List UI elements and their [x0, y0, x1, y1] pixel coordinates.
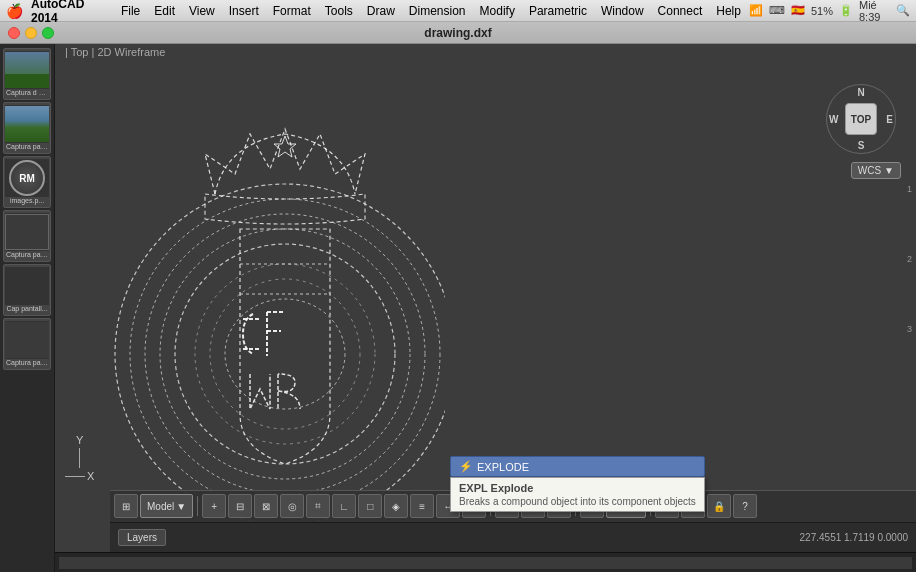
compass: N S W E TOP: [826, 84, 896, 154]
menu-window[interactable]: Window: [595, 0, 650, 21]
keyboard-icon: ⌨: [769, 4, 785, 17]
wcs-arrow: ▼: [884, 165, 894, 176]
explode-button[interactable]: ⚡ EXPLODE: [450, 456, 705, 477]
list-item[interactable]: RM images.p...: [3, 156, 51, 208]
menu-format[interactable]: Format: [267, 0, 317, 21]
canvas-area[interactable]: | Top | 2D Wireframe: [55, 44, 916, 572]
coordinates-display: 227.4551 1.7119 0.0000: [800, 532, 908, 543]
command-area[interactable]: [55, 552, 916, 572]
menu-insert[interactable]: Insert: [223, 0, 265, 21]
model-label: Model: [147, 501, 174, 512]
menu-right: 📶 ⌨ 🇪🇸 51% 🔋 Mié 8:39 🔍: [749, 0, 910, 23]
battery-icon: 🔋: [839, 4, 853, 17]
svg-marker-15: [274, 136, 296, 157]
compass-south: S: [858, 140, 865, 151]
explode-button-label: EXPLODE: [477, 461, 529, 473]
wcs-badge[interactable]: WCS ▼: [851, 162, 901, 179]
thumbnail-image: [5, 105, 49, 143]
close-button[interactable]: [8, 27, 20, 39]
breadcrumb: | Top | 2D Wireframe: [65, 46, 165, 58]
explode-dropdown: EXPL Explode Breaks a compound object in…: [450, 477, 705, 512]
menu-tools[interactable]: Tools: [319, 0, 359, 21]
breadcrumb-separator: |: [65, 46, 68, 58]
grid-num-1: 1: [907, 184, 912, 194]
grid-toggle[interactable]: ⊟: [228, 494, 252, 518]
svg-point-1: [130, 199, 440, 509]
lock-button[interactable]: 🔒: [707, 494, 731, 518]
statusbar: Layers 227.4551 1.7119 0.0000: [110, 522, 916, 552]
traffic-lights: [8, 27, 54, 39]
apple-menu[interactable]: 🍎: [6, 3, 23, 19]
explode-cmd-name: Explode: [491, 482, 534, 494]
axis-numbers: 1 2 3: [907, 184, 916, 334]
thumbnail-label: Captura pantall...8: [4, 359, 50, 367]
ortho-button[interactable]: ⊠: [254, 494, 278, 518]
thumbnail-label: Captura pantall...: [4, 251, 50, 259]
explode-cmd: EXPL Explode: [459, 482, 696, 494]
svg-point-13: [195, 264, 375, 444]
menu-draw[interactable]: Draw: [361, 0, 401, 21]
menu-edit[interactable]: Edit: [148, 0, 181, 21]
snap-button[interactable]: +: [202, 494, 226, 518]
osnap-button[interactable]: ⌗: [306, 494, 330, 518]
menu-help[interactable]: Help: [710, 0, 747, 21]
lweight-button[interactable]: ≡: [410, 494, 434, 518]
app-name: AutoCAD 2014: [31, 0, 109, 25]
thumbnail-image: RM: [5, 159, 49, 197]
maximize-button[interactable]: [42, 27, 54, 39]
compass-east: E: [886, 114, 893, 125]
layers-button[interactable]: Layers: [118, 529, 166, 546]
sidebar: Captura d pantall...8.2 Captura pantall.…: [0, 44, 55, 572]
svg-point-14: [210, 279, 360, 429]
grid-button[interactable]: ⊞: [114, 494, 138, 518]
breadcrumb-viewname: Top: [71, 46, 89, 58]
compass-ring: N S W E TOP: [826, 84, 896, 154]
real-madrid-badge: RM: [9, 160, 45, 196]
dynin-button[interactable]: ◈: [384, 494, 408, 518]
menu-file[interactable]: File: [115, 0, 146, 21]
battery-percentage: 51%: [811, 5, 833, 17]
flag-icon: 🇪🇸: [791, 4, 805, 17]
otrack-button[interactable]: ∟: [332, 494, 356, 518]
list-item[interactable]: Cap pantall...: [3, 264, 51, 316]
compass-top-button[interactable]: TOP: [845, 103, 877, 135]
wifi-icon: 📶: [749, 4, 763, 17]
ducs-button[interactable]: □: [358, 494, 382, 518]
thumbnail-image: [5, 321, 49, 359]
breadcrumb-mode: 2D Wireframe: [97, 46, 165, 58]
titlebar: drawing.dxf: [0, 22, 916, 44]
minimize-button[interactable]: [25, 27, 37, 39]
list-item[interactable]: Captura pantall...: [3, 102, 51, 154]
y-label: Y: [76, 434, 83, 446]
list-item[interactable]: Captura d pantall...8.2: [3, 48, 51, 100]
grid-num-3: 3: [907, 324, 912, 334]
separator: [197, 496, 198, 516]
thumbnail-image: [5, 267, 49, 305]
command-input[interactable]: [59, 557, 912, 569]
main-area: Captura d pantall...8.2 Captura pantall.…: [0, 44, 916, 572]
search-icon[interactable]: 🔍: [896, 4, 910, 17]
thumbnail-label: Captura d pantall...8.2: [4, 89, 50, 97]
explode-description: Breaks a compound object into its compon…: [459, 496, 696, 507]
svg-point-4: [175, 244, 395, 464]
menu-modify[interactable]: Modify: [474, 0, 521, 21]
list-item[interactable]: Captura pantall...: [3, 210, 51, 262]
thumbnail-label: Captura pantall...: [4, 143, 50, 151]
y-axis-label: Y X: [65, 434, 94, 482]
clock: Mié 8:39: [859, 0, 890, 23]
menu-dimension[interactable]: Dimension: [403, 0, 472, 21]
menu-connect[interactable]: Connect: [652, 0, 709, 21]
menu-view[interactable]: View: [183, 0, 221, 21]
thumbnail-label: images.p...: [4, 197, 50, 205]
list-item[interactable]: Captura pantall...8: [3, 318, 51, 370]
thumbnail-image: [5, 51, 49, 89]
explode-cmd-abbr: EXPL: [459, 482, 488, 494]
polar-button[interactable]: ◎: [280, 494, 304, 518]
model-button[interactable]: Model ▼: [140, 494, 193, 518]
menu-parametric[interactable]: Parametric: [523, 0, 593, 21]
model-arrow: ▼: [176, 501, 186, 512]
help-button[interactable]: ?: [733, 494, 757, 518]
compass-west: W: [829, 114, 838, 125]
grid-num-2: 2: [907, 254, 912, 264]
drawing-canvas[interactable]: [85, 64, 445, 554]
